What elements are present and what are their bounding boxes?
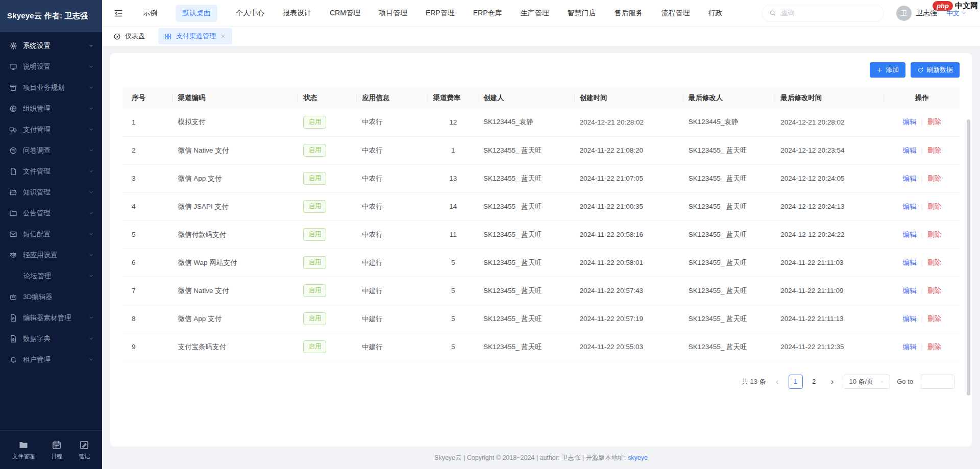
nav-item-process[interactable]: 流程管理: [661, 9, 690, 18]
delete-link[interactable]: 删除: [927, 287, 941, 294]
edit-link[interactable]: 编辑: [902, 287, 916, 294]
column-header-6: 创建时间: [575, 88, 683, 108]
cell-actions: 编辑|删除: [884, 220, 960, 249]
vertical-scrollbar[interactable]: [967, 119, 970, 396]
page-button-1[interactable]: 1: [789, 375, 803, 389]
sidebar-shortcut-schedule[interactable]: 日程: [51, 440, 62, 460]
global-search[interactable]: [762, 5, 884, 22]
card-toolbar: 添加 刷新数据: [122, 62, 960, 78]
prev-page-button[interactable]: ‹: [773, 377, 782, 387]
sidebar-item-light-app-settings[interactable]: 轻应用设置: [0, 244, 102, 265]
nav-item-erp[interactable]: ERP管理: [426, 9, 455, 18]
page-button-2[interactable]: 2: [807, 375, 821, 389]
nav-item-after-sales[interactable]: 售后服务: [614, 9, 643, 18]
cell-actions: 编辑|删除: [884, 136, 960, 164]
sidebar-item-payment-management[interactable]: 支付管理: [0, 119, 102, 140]
cell-no: 8: [122, 305, 173, 333]
table-row: 7微信 Native 支付启用中建行5SK123455_ 蓝天旺2024-11-…: [122, 277, 960, 305]
close-icon[interactable]: [220, 33, 226, 39]
delete-link[interactable]: 删除: [927, 343, 941, 351]
sidebar-item-label: 系统设置: [23, 41, 88, 51]
nav-item-project[interactable]: 项目管理: [379, 9, 407, 18]
sidebar-shortcut-notes[interactable]: 笔记: [79, 440, 90, 460]
edit-link[interactable]: 编辑: [902, 259, 916, 266]
cell-channel-code: 微信 App 支付: [173, 164, 298, 192]
nav-item-personal-center[interactable]: 个人中心: [236, 9, 264, 18]
edit-link[interactable]: 编辑: [902, 343, 916, 351]
search-input[interactable]: [780, 9, 876, 17]
sidebar-item-data-dictionary[interactable]: 数据字典: [0, 328, 102, 349]
note-icon: [79, 440, 89, 450]
delete-link[interactable]: 删除: [927, 175, 941, 182]
status-badge: 启用: [303, 144, 326, 157]
chevron-down-icon: [88, 147, 94, 153]
cell-created-time: 2024-11-22 20:55:03: [575, 333, 683, 361]
collapse-sidebar-icon[interactable]: [113, 8, 124, 18]
sidebar-item-description-settings[interactable]: 说明设置: [0, 56, 102, 77]
nav-item-administration[interactable]: 行政: [708, 9, 722, 18]
delete-link[interactable]: 删除: [927, 231, 941, 238]
nav-item-erp-warehouse[interactable]: ERP仓库: [473, 9, 502, 18]
goto-page-input[interactable]: [920, 375, 954, 389]
edit-link[interactable]: 编辑: [902, 203, 916, 210]
edit-link[interactable]: 编辑: [902, 231, 916, 238]
edit-link[interactable]: 编辑: [902, 175, 916, 182]
cell-created-time: 2024-12-21 20:28:02: [575, 108, 683, 136]
cell-actions: 编辑|删除: [884, 249, 960, 277]
sidebar-item-questionnaire-survey[interactable]: 问卷调查: [0, 140, 102, 161]
sidebar-item-system-settings[interactable]: 系统设置: [0, 35, 102, 56]
page-size-select[interactable]: 10 条/页: [844, 375, 891, 389]
sidebar-shortcut-file-management[interactable]: 文件管理: [12, 440, 35, 460]
cell-modifier: SK123455_ 蓝天旺: [683, 164, 775, 192]
tabbar: 仪表盘 支付渠道管理: [102, 27, 980, 46]
grid-icon: [164, 33, 172, 40]
cell-rate: 13: [428, 164, 478, 192]
table-row: 9支付宝条码支付启用中建行5SK123455_ 蓝天旺2024-11-22 20…: [122, 333, 960, 361]
nav-item-smart-store[interactable]: 智慧门店: [567, 9, 596, 18]
avatar[interactable]: 卫: [896, 6, 912, 21]
tab-payment-channel-management[interactable]: 支付渠道管理: [158, 28, 232, 44]
sidebar-item-file-management[interactable]: 文件管理: [0, 161, 102, 182]
plus-icon: [876, 67, 883, 73]
nav-item-crm[interactable]: CRM管理: [330, 9, 360, 18]
edit-link[interactable]: 编辑: [902, 118, 916, 126]
next-page-button[interactable]: ›: [828, 377, 837, 387]
sidebar-item-knowledge-management[interactable]: 知识管理: [0, 182, 102, 203]
column-header-7: 最后修改人: [683, 88, 775, 108]
cell-modified-time: 2024-11-22 21:12:35: [775, 333, 884, 361]
cell-actions: 编辑|删除: [884, 333, 960, 361]
delete-link[interactable]: 删除: [927, 259, 941, 266]
sidebar-item-label: 支付管理: [23, 125, 88, 134]
chevron-down-icon: [88, 210, 94, 216]
table-row: 2微信 Native 支付启用中农行1SK123455_ 蓝天旺2024-11-…: [122, 136, 960, 164]
sidebar-item-organization-management[interactable]: 组织管理: [0, 98, 102, 119]
php-cn-watermark: php 中文网: [933, 1, 978, 11]
action-separator: |: [921, 343, 923, 351]
nav-item-report-design[interactable]: 报表设计: [283, 9, 311, 18]
delete-link[interactable]: 删除: [927, 315, 941, 323]
sidebar-item-sms-config[interactable]: 短信配置: [0, 224, 102, 244]
sidebar-item-tenant-management[interactable]: 租户管理: [0, 349, 102, 370]
add-button[interactable]: 添加: [870, 62, 905, 78]
delete-link[interactable]: 删除: [927, 146, 941, 154]
delete-link[interactable]: 删除: [927, 118, 941, 126]
sidebar-item-editor-material-management[interactable]: 编辑器素材管理: [0, 307, 102, 328]
nav-item-production[interactable]: 生产管理: [520, 9, 549, 18]
sidebar-item-project-business-plan[interactable]: 项目业务规划: [0, 77, 102, 98]
nav-item-default-desktop[interactable]: 默认桌面: [176, 5, 217, 22]
sidebar-item-forum-management[interactable]: 论坛管理: [0, 265, 102, 286]
skyeye-link[interactable]: skyeye: [628, 454, 648, 461]
edit-link[interactable]: 编辑: [902, 315, 916, 323]
cell-rate: 11: [428, 220, 478, 249]
nav-item-example[interactable]: 示例: [143, 9, 157, 18]
refresh-data-button[interactable]: 刷新数据: [911, 62, 960, 78]
edit-link[interactable]: 编辑: [902, 146, 916, 154]
status-badge: 启用: [303, 172, 326, 185]
cell-created-time: 2024-11-22 21:07:05: [575, 164, 683, 192]
shortcut-label: 文件管理: [12, 453, 35, 460]
sidebar-item-announcement-management[interactable]: 公告管理: [0, 203, 102, 224]
delete-link[interactable]: 删除: [927, 203, 941, 210]
tab-dashboard[interactable]: 仪表盘: [113, 32, 145, 41]
sidebar-item-3d-editor[interactable]: 3D编辑器: [0, 286, 102, 307]
cell-modifier: SK123455_ 蓝天旺: [683, 333, 775, 361]
